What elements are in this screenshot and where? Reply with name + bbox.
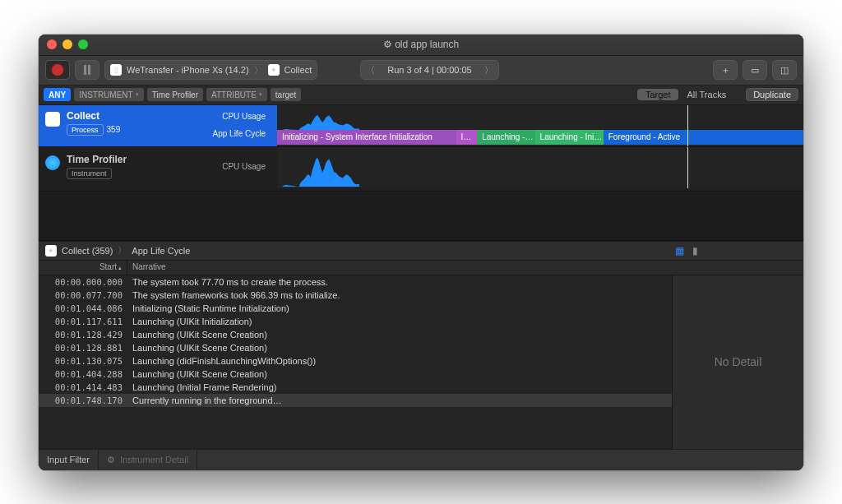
lifecycle-segment[interactable]: Launching -… — [477, 130, 534, 145]
scope-all-tracks-tab[interactable]: All Tracks — [687, 90, 726, 99]
library-button[interactable]: ▭ — [743, 60, 767, 80]
track-tag: Process — [67, 124, 104, 136]
pause-button[interactable] — [75, 60, 99, 80]
no-detail-label: No Detail — [715, 355, 762, 368]
sort-asc-icon: ▴ — [118, 265, 122, 270]
track-pid: 359 — [107, 125, 121, 134]
target-app: Collect — [285, 65, 312, 75]
scope-target-tab[interactable]: Target — [637, 89, 679, 100]
table-row[interactable]: 00:00.077.700The system frameworks took … — [39, 289, 672, 302]
run-label: Run 3 of 4 | 00:00:05 — [379, 65, 480, 75]
gear-icon: ⚙ — [107, 455, 115, 465]
track-header-profiler[interactable]: Time Profiler Instrument CPU Usage — [39, 147, 277, 191]
duplicate-button[interactable]: Duplicate — [746, 88, 798, 101]
window-controls — [39, 39, 88, 49]
table-row[interactable]: 00:01.117.611Launching (UIKit Initializa… — [39, 315, 672, 328]
cpu-chart-collect — [277, 105, 359, 130]
add-button[interactable]: ＋ — [713, 60, 738, 80]
lifecycle-bar: Initializing - System Interface Initiali… — [277, 130, 803, 145]
lifecycle-segment[interactable]: Initializing - System Interface Initiali… — [277, 130, 456, 145]
crumb-app[interactable]: Collect (359) — [62, 246, 113, 256]
toolbar: ▯ WeTransfer - iPhone Xs (14.2) 〉 ✦ Coll… — [39, 56, 803, 86]
instrument-detail-field[interactable]: ⚙Instrument Detail — [99, 449, 197, 470]
minimize-icon[interactable] — [62, 39, 72, 49]
panels-button[interactable]: ◫ — [772, 60, 797, 80]
detail-side-panel: No Detail — [672, 275, 803, 449]
footer-bar: Input Filter ⚙Instrument Detail — [39, 449, 803, 470]
track-title: Collect — [67, 110, 120, 122]
empty-track-area — [39, 192, 803, 241]
table-row[interactable]: 00:01.414.483Launching (Initial Frame Re… — [39, 381, 672, 394]
app-icon: ✦ — [45, 245, 57, 257]
cpu-chart-profiler — [277, 147, 359, 187]
playhead[interactable] — [687, 147, 688, 188]
view-mode-doc-icon[interactable]: ▮ — [692, 245, 698, 257]
filter-instrument-label[interactable]: INSTRUMENT▾ — [74, 88, 144, 101]
table-row[interactable]: 00:01.748.170Currently running in the fo… — [39, 394, 672, 407]
instrument-icon — [45, 155, 60, 170]
process-icon — [45, 112, 60, 127]
filter-any-token[interactable]: ANY — [44, 88, 71, 101]
chevron-right-icon[interactable]: 〉 — [480, 64, 498, 76]
timeline-area: Collect Process 359 CPU Usage App Life C… — [39, 105, 803, 241]
crumb-view[interactable]: App Life Cycle — [132, 246, 190, 256]
detail-breadcrumb: ✦ Collect (359) 〉 App Life Cycle ▦ ▮ — [39, 241, 803, 261]
track-tag: Instrument — [67, 168, 112, 179]
table-row[interactable]: 00:01.404.288Launching (UIKit Scene Crea… — [39, 368, 672, 381]
track-body-profiler[interactable] — [277, 147, 803, 188]
row-label-cpu: CPU Usage — [213, 112, 266, 121]
col-start[interactable]: Start▴ — [39, 261, 127, 275]
filter-bar: ANY INSTRUMENT▾ Time Profiler ATTRIBUTE▾… — [39, 86, 803, 105]
app-icon: ✦ — [268, 64, 280, 76]
device-icon: ▯ — [110, 64, 122, 76]
table-row[interactable]: 00:01.128.429Launching (UIKit Scene Crea… — [39, 328, 672, 341]
record-button[interactable] — [45, 60, 70, 80]
app-window: ⚙︎ old app launch ▯ WeTransfer - iPhone … — [39, 35, 803, 470]
col-narrative[interactable]: Narrative — [127, 261, 803, 275]
close-icon[interactable] — [47, 39, 57, 49]
chevron-right-icon: 〉 — [254, 64, 263, 76]
target-device: WeTransfer - iPhone Xs (14.2) — [127, 65, 249, 75]
zoom-icon[interactable] — [78, 39, 88, 49]
track-body-collect[interactable]: Initializing - System Interface Initiali… — [277, 105, 803, 146]
row-label-cpu: CPU Usage — [222, 162, 266, 171]
titlebar[interactable]: ⚙︎ old app launch — [39, 35, 803, 56]
view-mode-list-icon[interactable]: ▦ — [675, 245, 684, 257]
table-row[interactable]: 00:01.128.881Launching (UIKit Scene Crea… — [39, 341, 672, 354]
chevron-right-icon: 〉 — [118, 244, 127, 257]
filter-attribute-label[interactable]: ATTRIBUTE▾ — [206, 88, 267, 101]
lifecycle-segment[interactable]: Foreground - Active — [604, 130, 803, 145]
track-title: Time Profiler — [67, 154, 127, 165]
track-collect[interactable]: Collect Process 359 CPU Usage App Life C… — [39, 105, 803, 147]
table-row[interactable]: 00:01.044.086Initializing (Static Runtim… — [39, 302, 672, 315]
table-header[interactable]: Start▴ Narrative — [39, 261, 803, 275]
run-selector[interactable]: 〈 Run 3 of 4 | 00:00:05 〉 — [360, 60, 499, 80]
lifecycle-segment[interactable]: Launching - Ini… — [535, 130, 604, 145]
filter-target-label[interactable]: target — [271, 88, 302, 101]
row-label-lifecycle: App Life Cycle — [213, 129, 266, 138]
input-filter-field[interactable]: Input Filter — [39, 449, 99, 470]
track-header-collect[interactable]: Collect Process 359 CPU Usage App Life C… — [39, 105, 277, 146]
table-row[interactable]: 00:00.000.000The system took 77.70 ms to… — [39, 275, 672, 289]
lifecycle-segment[interactable]: I… — [456, 130, 478, 145]
chevron-left-icon[interactable]: 〈 — [361, 64, 379, 76]
table-row[interactable]: 00:01.130.075Launching (didFinishLaunchi… — [39, 354, 672, 368]
window-title: ⚙︎ old app launch — [39, 39, 803, 50]
playhead[interactable] — [687, 105, 688, 146]
track-time-profiler[interactable]: Time Profiler Instrument CPU Usage — [39, 147, 803, 192]
narrative-table[interactable]: 00:00.000.000The system took 77.70 ms to… — [39, 275, 672, 449]
target-path[interactable]: ▯ WeTransfer - iPhone Xs (14.2) 〉 ✦ Coll… — [104, 60, 317, 80]
filter-instrument-value[interactable]: Time Profiler — [147, 88, 203, 101]
